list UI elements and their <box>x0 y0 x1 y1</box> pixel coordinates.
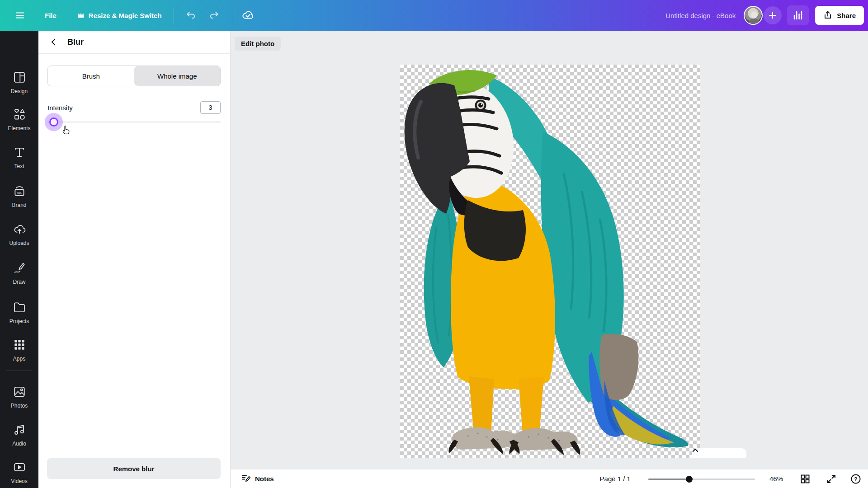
status-bar-right: Page 1 / 1 46% ? <box>600 472 868 486</box>
sidebar-item-label: Design <box>11 88 28 94</box>
intensity-input[interactable] <box>200 101 221 114</box>
slider-handle[interactable] <box>49 117 58 127</box>
file-button[interactable]: File <box>45 12 57 19</box>
slider-track[interactable] <box>47 122 221 122</box>
intensity-row: Intensity <box>47 101 221 114</box>
notes-icon <box>241 473 251 485</box>
sidebar-item-draw[interactable]: Draw <box>0 261 38 285</box>
sidebar-item-label: Uploads <box>9 240 29 246</box>
design-page[interactable] <box>400 65 700 458</box>
crown-icon <box>77 12 85 19</box>
redo-icon[interactable] <box>208 9 221 22</box>
panel-title: Blur <box>67 38 84 47</box>
blur-mode-tabs: Brush Whole image <box>47 66 221 86</box>
notes-button[interactable]: Notes <box>241 473 274 485</box>
zoom-percentage[interactable]: 46% <box>769 475 783 483</box>
page-indicator[interactable]: Page 1 / 1 <box>600 475 631 483</box>
intensity-label: Intensity <box>47 104 73 112</box>
edit-photo-button[interactable]: Edit photo <box>235 37 281 51</box>
brand-icon: co. <box>13 184 26 200</box>
zoom-slider[interactable] <box>648 475 755 483</box>
back-button[interactable] <box>47 36 60 48</box>
blur-panel: Blur Brush Whole image Intensity Remove … <box>38 31 231 488</box>
help-icon[interactable]: ? <box>849 472 863 486</box>
resize-label: Resize & Magic Switch <box>89 12 162 19</box>
text-icon <box>13 145 26 161</box>
share-icon <box>823 10 832 21</box>
sidebar-item-design[interactable]: Design <box>0 70 38 94</box>
sidebar-item-elements[interactable]: Elements <box>0 108 38 131</box>
tab-brush[interactable]: Brush <box>48 66 134 86</box>
remove-blur-button[interactable]: Remove blur <box>47 458 221 479</box>
mouse-cursor-hand <box>61 125 72 136</box>
fullscreen-icon[interactable] <box>825 472 838 486</box>
notes-label: Notes <box>255 475 274 483</box>
elements-icon <box>13 108 26 123</box>
sidebar-item-label: Audio <box>12 441 26 447</box>
share-button[interactable]: Share <box>815 6 864 25</box>
add-member-button[interactable] <box>764 6 782 24</box>
resize-magic-switch-button[interactable]: Resize & Magic Switch <box>77 12 162 19</box>
zoom-slider-fill <box>648 479 689 480</box>
sidebar-item-audio[interactable]: Audio <box>0 423 38 447</box>
sidebar-item-photos[interactable]: Photos <box>0 385 38 409</box>
sidebar-item-label: Draw <box>13 279 25 285</box>
sidebar-item-text[interactable]: Text <box>0 145 38 169</box>
sidebar-item-label: Videos <box>11 478 27 484</box>
share-label: Share <box>837 12 856 19</box>
uploads-icon <box>13 222 26 238</box>
apps-icon <box>13 338 26 353</box>
insights-icon[interactable] <box>787 5 809 25</box>
sidebar-item-label: Apps <box>13 356 25 362</box>
design-icon <box>13 70 26 86</box>
sidebar-item-label: Brand <box>12 202 26 208</box>
status-bar: Notes Page 1 / 1 46% ? <box>231 469 868 488</box>
sidebar-item-label: Text <box>14 163 24 169</box>
avatar[interactable] <box>744 6 763 25</box>
sidebar-item-brand[interactable]: co. Brand <box>0 184 38 208</box>
sidebar-item-uploads[interactable]: Uploads <box>0 222 38 246</box>
menu-icon[interactable] <box>14 9 26 21</box>
design-title[interactable]: Untitled design - eBook <box>665 12 736 19</box>
zoom-slider-thumb[interactable] <box>686 476 693 483</box>
sidebar-item-videos[interactable]: Videos <box>0 460 38 484</box>
cloud-check-icon[interactable] <box>241 8 255 23</box>
canvas-area[interactable]: Edit photo <box>231 31 868 469</box>
sidebar-item-label: Elements <box>8 125 30 131</box>
page-pull-up-tab[interactable] <box>692 448 746 458</box>
svg-text:co.: co. <box>17 191 21 195</box>
parrot-image[interactable] <box>400 65 700 458</box>
divider <box>639 473 639 485</box>
sidebar-item-label: Photos <box>11 403 28 409</box>
divider <box>233 8 233 23</box>
top-bar-right: Untitled design - eBook Share <box>665 5 868 25</box>
top-bar: File Resize & Magic Switch Untitled desi… <box>0 0 868 31</box>
undo-icon[interactable] <box>184 9 198 22</box>
projects-icon <box>13 300 26 316</box>
panel-header: Blur <box>38 31 230 54</box>
sidebar-divider <box>6 371 32 371</box>
sidebar: Design Elements Text co. Brand Uploads D… <box>0 31 38 488</box>
sidebar-item-projects[interactable]: Projects <box>0 300 38 324</box>
draw-icon <box>13 261 26 277</box>
svg-text:?: ? <box>854 476 857 482</box>
photos-icon <box>13 385 26 400</box>
videos-icon <box>13 460 26 476</box>
sidebar-item-label: Projects <box>9 318 29 324</box>
intensity-slider[interactable] <box>47 117 221 127</box>
audio-icon <box>13 423 26 438</box>
sidebar-item-apps[interactable]: Apps <box>0 338 38 362</box>
grid-view-icon[interactable] <box>798 472 812 486</box>
divider <box>174 8 174 23</box>
tab-whole-image[interactable]: Whole image <box>134 66 221 86</box>
